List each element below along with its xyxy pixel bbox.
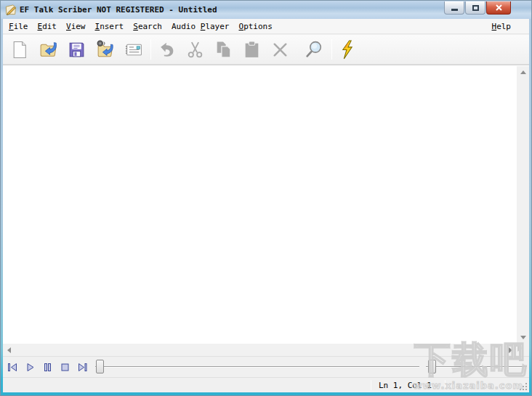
undo-button[interactable] [154,38,179,61]
new-document-button[interactable] [7,38,32,61]
player-buttons [6,360,89,373]
status-bar: Ln 1, Col 1 [3,377,529,392]
scroll-up-button[interactable] [517,66,529,78]
title-bar[interactable]: EF Talk Scriber NOT REGISTERED - Untitle… [1,1,531,19]
stop-icon [59,361,71,373]
toolbar-separator [331,39,332,60]
skip-to-start-button[interactable] [6,360,19,373]
paste-button[interactable] [239,38,264,61]
delete-button[interactable] [267,38,292,61]
open-audio-file-button[interactable] [92,38,117,61]
scroll-up-icon [520,70,526,74]
address-card-icon [124,40,143,60]
menu-item-options[interactable]: Options [239,22,273,31]
menu-item-view[interactable]: View [66,22,86,31]
play-icon [24,361,36,373]
cursor-position: Ln 1, Col 1 [379,381,432,390]
menu-item-edit[interactable]: Edit [38,22,57,31]
scroll-left-button[interactable] [3,344,15,356]
skip-to-start-icon [7,361,19,373]
volume-slider-thumb[interactable] [428,360,436,373]
menu-bar-right: Help [492,22,521,31]
copy-button[interactable] [211,38,235,61]
open-file-button[interactable] [36,38,60,61]
search-button[interactable] [302,38,326,61]
save-icon [67,40,86,60]
save-button[interactable] [64,38,89,61]
close-button[interactable] [486,1,511,15]
cut-icon [185,40,205,60]
text-editor[interactable] [3,65,529,356]
scroll-right-button[interactable] [504,344,517,356]
menu-item-file[interactable]: File [9,22,28,31]
scroll-down-button[interactable] [517,331,529,344]
status-separator [371,380,371,390]
menu-bar-items: FileEditViewInsertSearchAudio PlayerOpti… [9,22,282,31]
menu-item-insert[interactable]: Insert [95,22,124,31]
quick-transcribe-button[interactable] [335,38,360,61]
close-icon [495,4,503,12]
search-icon [305,40,324,60]
vertical-scrollbar[interactable] [517,66,529,344]
window-controls [443,1,511,15]
application-window: EF Talk Scriber NOT REGISTERED - Untitle… [0,0,532,396]
horizontal-scrollbar[interactable] [3,344,517,356]
menu-item-search[interactable]: Search [133,22,162,31]
new-document-icon [10,40,30,60]
volume-slider[interactable] [426,366,527,368]
position-slider-thumb[interactable] [96,360,104,373]
delete-icon [270,40,290,60]
minimize-icon [451,9,458,11]
open-folder-icon [39,40,58,60]
window-title: EF Talk Scriber NOT REGISTERED - Untitle… [20,5,217,15]
menu-bar: FileEditViewInsertSearchAudio PlayerOpti… [3,19,529,34]
resize-grip[interactable] [519,382,528,392]
skip-to-end-icon [76,361,89,373]
window-content: FileEditViewInsertSearchAudio PlayerOpti… [3,19,529,392]
toolbar-separator [150,39,151,60]
copy-icon [214,40,233,60]
lightning-bolt-icon [338,40,358,60]
maximize-button[interactable] [465,1,485,15]
audio-player-bar [3,356,529,377]
skip-to-end-button[interactable] [76,360,89,373]
menu-item-help[interactable]: Help [492,22,512,31]
cut-button[interactable] [182,38,207,61]
scrollbar-corner [517,344,529,356]
address-card-button[interactable] [121,38,145,61]
position-slider[interactable] [95,366,419,368]
pause-button[interactable] [41,360,54,373]
maximize-icon [472,5,479,11]
volume-slider-track[interactable] [426,366,527,368]
position-slider-track[interactable] [95,366,419,368]
undo-icon [157,40,177,60]
menu-item-audio-player[interactable]: Audio Player [172,22,230,31]
status-separator [445,380,446,390]
app-icon [4,4,17,16]
toolbar [3,35,529,65]
play-button[interactable] [23,360,36,373]
stop-button[interactable] [58,360,71,373]
pause-icon [41,361,54,373]
open-audio-file-icon [95,40,115,60]
scroll-left-icon [7,347,11,353]
paste-icon [242,40,262,60]
scroll-down-icon [520,336,526,339]
minimize-button[interactable] [444,1,464,15]
scroll-right-icon [509,347,512,353]
